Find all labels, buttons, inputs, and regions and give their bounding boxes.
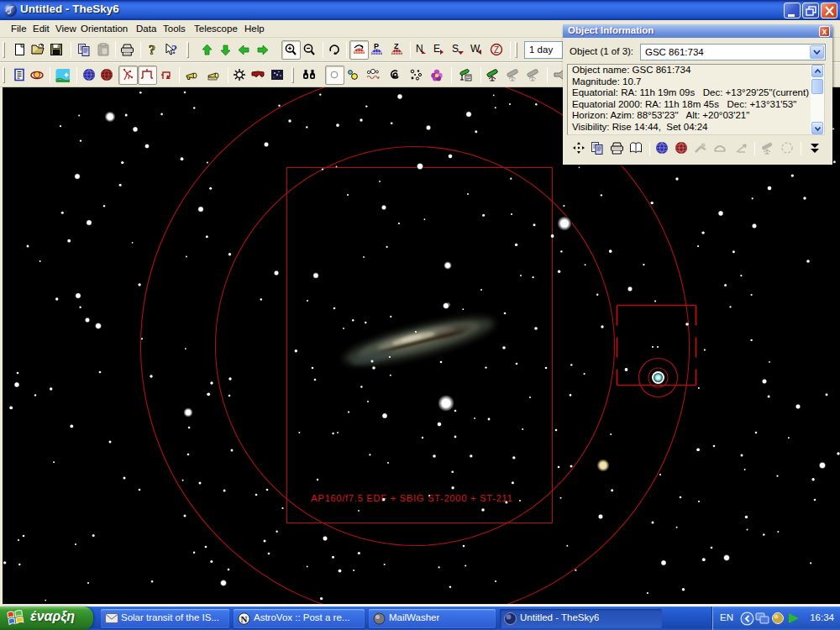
svg-text:Z: Z [394, 43, 399, 50]
svg-text:AP160/f7.5 EDF + SBIG ST-2000: AP160/f7.5 EDF + SBIG ST-2000 + ST-211 [311, 493, 512, 503]
svg-text:N: N [241, 613, 248, 623]
svg-text:E: E [433, 43, 440, 55]
svg-text:?: ? [149, 43, 155, 57]
svg-text:Z: Z [494, 45, 499, 55]
svg-text:?: ? [171, 44, 177, 56]
svg-text:P: P [374, 43, 379, 50]
svg-text:S: S [452, 43, 459, 55]
